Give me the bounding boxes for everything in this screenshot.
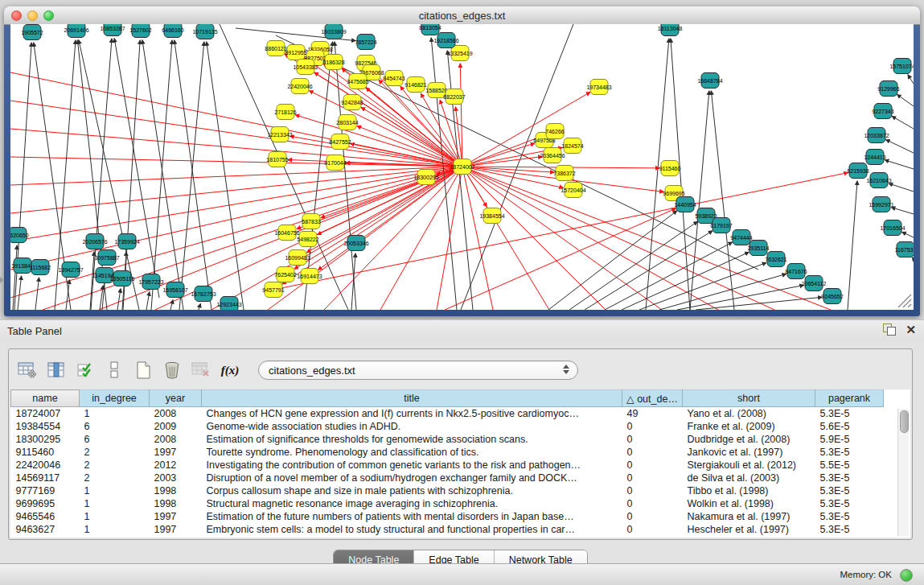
cell-out_degree[interactable]: 0 bbox=[622, 484, 683, 497]
table-row[interactable]: 911546021997Tourette syndrome. Phenomeno… bbox=[11, 446, 884, 459]
cell-title[interactable]: Corpus callosum shape and size in male p… bbox=[202, 484, 622, 497]
table-scrollbar-thumb[interactable] bbox=[900, 410, 909, 433]
cell-title[interactable]: Tourette syndrome. Phenomenology and cla… bbox=[202, 446, 622, 459]
network-canvas[interactable]: 1830029519384554649756874626618245742036… bbox=[10, 24, 914, 310]
graph-node-7632621[interactable]: 7632621 bbox=[765, 252, 786, 267]
cell-out_degree[interactable]: 0 bbox=[622, 446, 683, 459]
cell-pagerank[interactable]: 5.3E-5 bbox=[815, 523, 884, 536]
graph-node-8813054[interactable]: 8813054 bbox=[419, 24, 441, 35]
cell-name[interactable]: 18724007 bbox=[11, 407, 80, 421]
graph-node-16099483[interactable]: 16099483 bbox=[285, 250, 310, 266]
zoom-window-button[interactable] bbox=[43, 10, 54, 21]
panel-collapse-arrow-icon[interactable] bbox=[0, 277, 4, 283]
cell-out_degree[interactable]: 0 bbox=[622, 433, 683, 446]
cell-title[interactable]: Investigating the contribution of common… bbox=[202, 459, 622, 472]
cell-out_degree[interactable]: 0 bbox=[622, 523, 683, 536]
cell-short[interactable]: Jankovic et al. (1997) bbox=[683, 446, 815, 459]
graph-node-13942757[interactable]: 13942757 bbox=[58, 262, 83, 278]
cell-title[interactable]: Estimation of significance thresholds fo… bbox=[202, 433, 622, 446]
graph-node-9242848[interactable]: 9242848 bbox=[341, 95, 363, 110]
cell-short[interactable]: Dudbridge et al. (2008) bbox=[683, 433, 815, 446]
graph-node-16648784[interactable]: 16648784 bbox=[697, 73, 722, 89]
graph-node-9115460[interactable]: 9115460 bbox=[659, 161, 681, 176]
cell-short[interactable]: Hescheler et al. (1997) bbox=[683, 523, 815, 536]
graph-node-8454743[interactable]: 8454743 bbox=[383, 71, 405, 86]
cell-pagerank[interactable]: 5.3E-5 bbox=[815, 484, 884, 497]
cell-title[interactable]: Disruption of a novel member of a sodium… bbox=[202, 472, 622, 484]
graph-node-17016504[interactable]: 17016504 bbox=[880, 220, 905, 236]
cell-year[interactable]: 1998 bbox=[150, 497, 202, 510]
cell-year[interactable]: 1998 bbox=[150, 484, 202, 497]
cell-pagerank[interactable]: 5.9E-5 bbox=[815, 433, 884, 446]
cell-year[interactable]: 2009 bbox=[150, 420, 202, 433]
column-header-in_degree[interactable]: in_degree bbox=[80, 390, 150, 407]
graph-node-16210643[interactable]: 16210643 bbox=[866, 173, 891, 188]
cell-pagerank[interactable]: 5.3E-5 bbox=[815, 510, 884, 523]
cell-in_degree[interactable]: 1 bbox=[80, 407, 150, 421]
cell-year[interactable]: 2008 bbox=[150, 407, 202, 421]
cell-title[interactable]: Estimation of the future numbers of pati… bbox=[202, 510, 622, 523]
cell-in_degree[interactable]: 6 bbox=[80, 420, 150, 433]
graph-node-8215938[interactable]: 8215938 bbox=[847, 163, 869, 179]
cell-name[interactable]: 19384554 bbox=[11, 420, 80, 433]
cell-in_degree[interactable]: 1 bbox=[80, 497, 150, 510]
graph-node-8860123[interactable]: 8860123 bbox=[265, 41, 286, 56]
resize-grip[interactable] bbox=[898, 295, 911, 307]
graph-node-1115682[interactable]: 1115682 bbox=[30, 260, 51, 275]
graph-node-12033872[interactable]: 12033872 bbox=[864, 128, 889, 143]
graph-node-7386372[interactable]: 7386372 bbox=[553, 166, 575, 181]
graph-node-22420046[interactable]: 22420046 bbox=[287, 79, 312, 94]
deselect-rows-button[interactable] bbox=[102, 358, 126, 382]
graph-node-7857224[interactable]: 7857224 bbox=[355, 35, 376, 50]
column-header-out_degree[interactable]: △ out_de… bbox=[622, 390, 683, 407]
graph-node-6179197[interactable]: 6179197 bbox=[710, 218, 732, 233]
cell-name[interactable]: 14569117 bbox=[11, 472, 80, 484]
graph-node-8427552[interactable]: 8427552 bbox=[329, 134, 351, 150]
cell-pagerank[interactable]: 5.3E-5 bbox=[815, 472, 884, 484]
minimize-window-button[interactable] bbox=[27, 10, 38, 21]
graph-node-19218586[interactable]: 19218586 bbox=[433, 33, 458, 48]
cell-in_degree[interactable]: 1 bbox=[80, 510, 150, 523]
graph-node-16958107[interactable]: 16958107 bbox=[162, 282, 187, 298]
graph-node-12923443[interactable]: 12923443 bbox=[216, 297, 241, 311]
graph-node-9227343[interactable]: 9227343 bbox=[872, 104, 893, 119]
graph-node-18300295[interactable]: 18300295 bbox=[413, 170, 438, 185]
graph-node-15751074[interactable]: 15751074 bbox=[889, 59, 914, 74]
graph-node-20053346[interactable]: 20053346 bbox=[343, 236, 368, 251]
cell-in_degree[interactable]: 1 bbox=[80, 484, 150, 497]
graph-node-19384554[interactable]: 19384554 bbox=[479, 208, 504, 224]
graph-node-17957223[interactable]: 17957223 bbox=[138, 274, 163, 290]
delete-rows-trash-button[interactable] bbox=[160, 358, 184, 382]
table-row[interactable]: 1830029562008Estimation of significance … bbox=[11, 433, 884, 446]
table-settings-button[interactable] bbox=[15, 358, 39, 382]
column-header-title[interactable]: title bbox=[202, 390, 622, 407]
graph-node-12213343[interactable]: 12213343 bbox=[267, 127, 292, 142]
close-window-button[interactable] bbox=[11, 10, 22, 21]
graph-node-2935114[interactable]: 2935114 bbox=[748, 241, 770, 256]
graph-node-587833[interactable]: 587833 bbox=[302, 214, 320, 229]
graph-node-10719135[interactable]: 10719135 bbox=[192, 24, 217, 39]
graph-node-1244413[interactable]: 1244413 bbox=[864, 150, 885, 165]
table-scrollbar[interactable] bbox=[897, 409, 909, 536]
graph-node-5498222[interactable]: 5498222 bbox=[297, 232, 318, 247]
float-panel-icon[interactable] bbox=[883, 323, 896, 336]
cell-in_degree[interactable]: 2 bbox=[80, 446, 150, 459]
graph-node-13505115[interactable]: 13505115 bbox=[110, 271, 135, 286]
cell-short[interactable]: Nakamura et al. (1997) bbox=[683, 510, 815, 523]
cell-title[interactable]: Genome-wide association studies in ADHD. bbox=[202, 420, 622, 433]
cell-title[interactable]: Changes of HCN gene expression and I(f) … bbox=[202, 407, 622, 421]
cell-pagerank[interactable]: 5.6E-5 bbox=[815, 420, 884, 433]
graph-node-746266[interactable]: 746266 bbox=[545, 124, 564, 139]
cell-in_degree[interactable]: 1 bbox=[80, 523, 150, 536]
graph-node-8822037[interactable]: 8822037 bbox=[443, 89, 465, 105]
graph-node-10853287[interactable]: 10853287 bbox=[100, 24, 125, 36]
cell-title[interactable]: Embryonic stem cells: a model to study s… bbox=[202, 523, 622, 536]
graph-node-16046756[interactable]: 16046756 bbox=[274, 225, 299, 241]
graph-node-3475685[interactable]: 3475685 bbox=[347, 74, 368, 89]
cell-name[interactable]: 9115460 bbox=[11, 446, 80, 459]
cell-name[interactable]: 18300295 bbox=[11, 433, 80, 446]
graph-node-9457791[interactable]: 9457791 bbox=[262, 282, 284, 298]
table-row[interactable]: 2242004622012Investigating the contribut… bbox=[11, 459, 884, 472]
table-row[interactable]: 946362711997Embryonic stem cells: a mode… bbox=[11, 523, 884, 536]
graph-node-18113048[interactable]: 18113048 bbox=[658, 24, 683, 36]
